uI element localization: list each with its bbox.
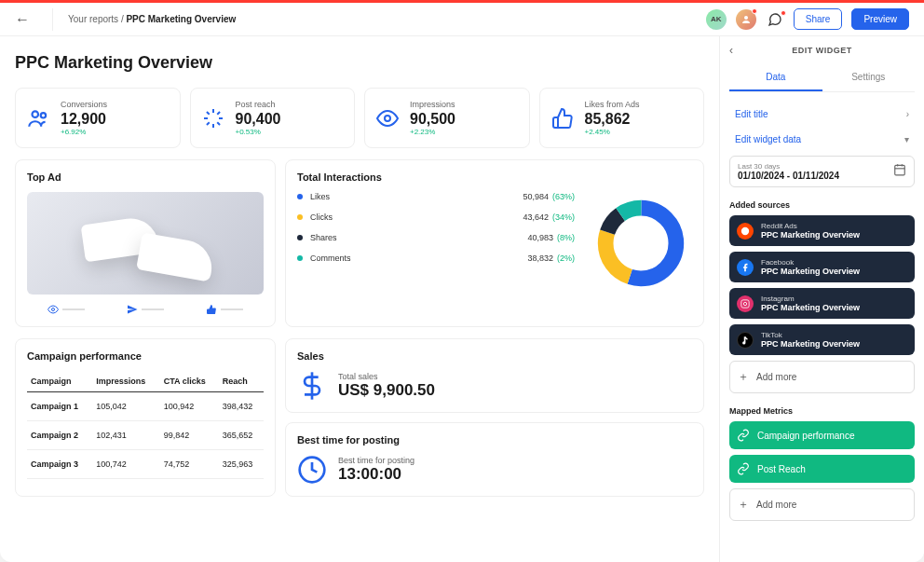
interactions-title: Total Interactions [297,171,575,183]
plus-icon: ＋ [738,497,749,513]
avatar-user-2[interactable] [736,9,756,30]
page-title: PPC Marketing Overview [15,53,704,73]
best-time-title: Best time for posting [297,434,692,445]
interaction-shares: Shares40,983(8%) [297,233,575,242]
divider [52,8,53,31]
plus-icon: ＋ [738,369,749,385]
preview-button[interactable]: Preview [851,8,909,30]
breadcrumb-prefix: Your reports / [68,14,126,24]
facebook-icon [737,259,754,276]
dollar-icon [297,371,327,401]
people-icon [25,105,51,131]
chevron-down-icon: ▾ [904,134,909,144]
campaign-title: Campaign performance [27,350,264,362]
tab-data[interactable]: Data [729,64,822,91]
sidebar-back-icon[interactable]: ‹ [729,44,733,57]
table-row[interactable]: Campaign 1105,042100,942398,432 [27,392,264,421]
back-arrow-icon[interactable]: ← [15,11,37,28]
tiktok-icon [737,332,754,349]
add-source-button[interactable]: ＋Add more [729,361,915,393]
interaction-comments: Comments38,832(2%) [297,254,575,263]
svg-rect-24 [741,299,749,307]
edit-widget-data-row[interactable]: Edit widget data▾ [729,130,915,148]
share-button[interactable]: Share [794,8,843,30]
svg-line-9 [206,122,209,125]
svg-line-5 [206,111,209,114]
add-metric-button[interactable]: ＋Add more [729,488,915,521]
svg-point-1 [33,111,39,117]
ad-image[interactable] [27,192,264,295]
sales-title: Sales [297,350,692,362]
svg-line-10 [217,111,220,114]
clock-icon [297,455,327,485]
interaction-clicks: Clicks43,642(34%) [297,212,575,222]
mapped-metrics-label: Mapped Metrics [729,406,915,416]
tab-settings[interactable]: Settings [822,64,916,91]
top-ad-title: Top Ad [27,171,264,183]
svg-rect-19 [895,165,905,175]
kpi-post-reach[interactable]: Post reach90,400+0.53% [190,88,356,148]
campaign-card: Campaign performance Campaign Impression… [15,338,276,497]
top-ad-card: Top Ad [15,159,276,327]
interactions-donut-chart [590,171,692,315]
ad-views-icon[interactable] [48,304,85,315]
avatar-user-1[interactable]: AK [706,9,727,30]
table-row[interactable]: Campaign 2102,43199,842365,652 [27,421,264,450]
source-instagram[interactable]: InstagramPPC Marketing Overview [729,288,915,319]
interactions-card: Total Interactions Likes50,984(63%) Clic… [285,159,704,327]
table-row[interactable]: Campaign 3100,74274,752325,963 [27,450,264,479]
kpi-likes-from-ads[interactable]: Likes from Ads85,862+2.45% [539,88,705,148]
topbar: ← Your reports / PPC Marketing Overview … [0,3,924,36]
thumbs-up-icon [550,105,576,131]
breadcrumb[interactable]: Your reports / PPC Marketing Overview [68,14,236,24]
interaction-likes: Likes50,984(63%) [297,192,575,201]
link-icon [737,429,750,442]
instagram-icon [737,295,754,312]
calendar-icon [893,163,906,180]
edit-widget-sidebar: ‹ EDIT WIDGET Data Settings Edit title› … [719,36,924,562]
link-icon [737,462,750,475]
kpi-conversions[interactable]: Conversions12,900+6.92% [15,88,181,148]
source-facebook[interactable]: FacebookPPC Marketing Overview [729,252,915,282]
ad-send-icon[interactable] [127,304,164,315]
breadcrumb-current: PPC Marketing Overview [126,14,236,24]
metric-campaign-performance[interactable]: Campaign performance [729,421,915,449]
source-tiktok[interactable]: TikTokPPC Marketing Overview [729,324,915,355]
date-range-input[interactable]: Last 30 days01/10/2024 - 01/11/2024 [729,156,915,187]
svg-point-2 [41,113,46,117]
svg-point-23 [741,226,749,234]
edit-title-row[interactable]: Edit title› [729,105,915,123]
svg-point-11 [385,116,390,121]
metric-post-reach[interactable]: Post Reach [729,455,915,483]
svg-line-6 [217,122,220,125]
svg-point-12 [52,308,55,311]
sidebar-title: EDIT WIDGET [792,46,852,55]
source-reddit[interactable]: Reddit AdsPPC Marketing Overview [729,215,915,246]
best-time-card: Best time for posting Best time for post… [285,422,704,497]
svg-point-0 [744,16,748,20]
added-sources-label: Added sources [729,200,915,210]
sales-card: Sales Total salesUS$ 9,900.50 [285,338,704,413]
reddit-icon [737,223,754,240]
burst-icon [200,105,226,131]
kpi-impressions[interactable]: Impressions90,500+2.23% [364,88,530,148]
eye-icon [374,105,401,131]
comment-icon[interactable] [766,10,784,29]
campaign-table: Campaign Impressions CTA clicks Reach Ca… [27,371,264,479]
svg-point-25 [743,302,746,305]
chevron-right-icon: › [906,109,909,119]
ad-like-icon[interactable] [206,304,243,315]
